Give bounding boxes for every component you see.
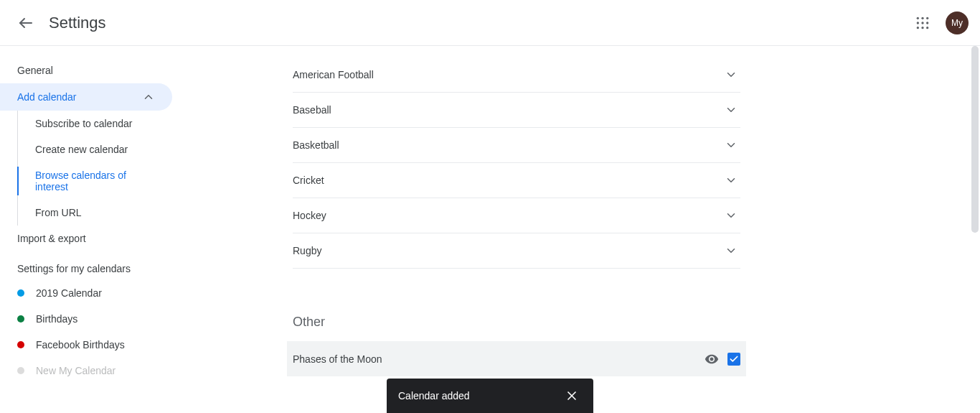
svg-point-5 xyxy=(921,22,923,24)
arrow-left-icon xyxy=(17,14,34,32)
sidebar-sub-from-url[interactable]: From URL xyxy=(18,200,173,226)
calendar-color-dot xyxy=(17,341,24,348)
chevron-down-icon xyxy=(725,139,738,152)
sidebar-item-label: Import & export xyxy=(17,233,86,244)
header-right: My xyxy=(908,9,969,37)
calendar-color-dot xyxy=(17,367,24,374)
section-title-other: Other xyxy=(293,315,740,330)
sidebar-subitems: Subscribe to calendar Create new calenda… xyxy=(17,111,187,226)
calendar-label: New My Calendar xyxy=(36,365,116,376)
main-content: American Football Baseball Basketball Cr… xyxy=(187,46,980,413)
sport-row-basketball[interactable]: Basketball xyxy=(293,128,740,163)
chevron-down-icon xyxy=(725,103,738,116)
calendar-color-dot xyxy=(17,315,24,322)
page-title: Settings xyxy=(49,14,106,32)
calendar-label: Birthdays xyxy=(36,313,77,325)
row-label: American Football xyxy=(293,69,374,80)
sidebar-heading-settings: Settings for my calendars xyxy=(0,251,187,280)
scrollbar[interactable] xyxy=(970,46,980,413)
sidebar-sub-subscribe[interactable]: Subscribe to calendar xyxy=(18,111,173,136)
other-row-phases-moon[interactable]: Phases of the Moon xyxy=(287,341,746,376)
header: Settings My xyxy=(0,0,980,46)
scrollbar-thumb[interactable] xyxy=(971,46,979,233)
chevron-down-icon xyxy=(725,174,738,187)
chevron-down-icon xyxy=(725,68,738,81)
row-label: Cricket xyxy=(293,175,324,186)
sidebar-item-import-export[interactable]: Import & export xyxy=(0,226,172,251)
svg-point-2 xyxy=(921,17,923,19)
sidebar-sub-browse[interactable]: Browse calendars of interest xyxy=(18,162,173,200)
chevron-down-icon xyxy=(725,244,738,257)
row-label: Basketball xyxy=(293,139,339,151)
svg-point-7 xyxy=(917,27,919,29)
sidebar-item-add-calendar[interactable]: Add calendar xyxy=(0,83,172,111)
sport-row-rugby[interactable]: Rugby xyxy=(293,233,740,269)
sidebar-item-general[interactable]: General xyxy=(0,57,172,83)
calendar-label: 2019 Calendar xyxy=(36,287,102,299)
sidebar-item-label: Add calendar xyxy=(17,91,77,103)
sidebar-sub-create[interactable]: Create new calendar xyxy=(18,136,173,162)
close-icon xyxy=(565,389,579,403)
row-label: Phases of the Moon xyxy=(293,353,382,365)
sport-row-cricket[interactable]: Cricket xyxy=(293,163,740,198)
apps-button[interactable] xyxy=(908,9,937,37)
svg-point-3 xyxy=(926,17,928,19)
subscribe-checkbox[interactable] xyxy=(727,353,740,366)
content-inner: American Football Baseball Basketball Cr… xyxy=(293,46,740,376)
svg-point-4 xyxy=(917,22,919,24)
sidebar: General Add calendar Subscribe to calend… xyxy=(0,46,187,413)
avatar[interactable]: My xyxy=(946,11,969,34)
sport-row-american-football[interactable]: American Football xyxy=(293,57,740,93)
eye-icon[interactable] xyxy=(705,352,719,366)
sidebar-calendar-item[interactable]: 2019 Calendar xyxy=(0,280,187,306)
toast-close-button[interactable] xyxy=(559,383,585,409)
sidebar-calendar-item[interactable]: Facebook Birthdays xyxy=(0,332,187,358)
row-label: Hockey xyxy=(293,210,326,221)
svg-point-9 xyxy=(926,27,928,29)
toast: Calendar added xyxy=(387,379,593,413)
svg-point-8 xyxy=(921,27,923,29)
chevron-down-icon xyxy=(725,209,738,222)
calendar-color-dot xyxy=(17,289,24,297)
svg-point-1 xyxy=(917,17,919,19)
check-icon xyxy=(729,354,739,364)
sidebar-item-label: General xyxy=(17,65,53,76)
row-label: Rugby xyxy=(293,245,321,256)
other-row-actions xyxy=(705,352,740,366)
sport-row-hockey[interactable]: Hockey xyxy=(293,198,740,233)
chevron-up-icon xyxy=(142,91,155,103)
sidebar-calendar-item[interactable]: New My Calendar xyxy=(0,358,187,384)
calendar-label: Facebook Birthdays xyxy=(36,339,125,351)
body: General Add calendar Subscribe to calend… xyxy=(0,46,980,413)
svg-point-6 xyxy=(926,22,928,24)
row-label: Baseball xyxy=(293,104,331,116)
back-button[interactable] xyxy=(11,9,40,37)
sport-row-baseball[interactable]: Baseball xyxy=(293,93,740,128)
toast-message: Calendar added xyxy=(398,390,470,402)
apps-icon xyxy=(915,16,930,30)
sidebar-calendar-item[interactable]: Birthdays xyxy=(0,306,187,332)
